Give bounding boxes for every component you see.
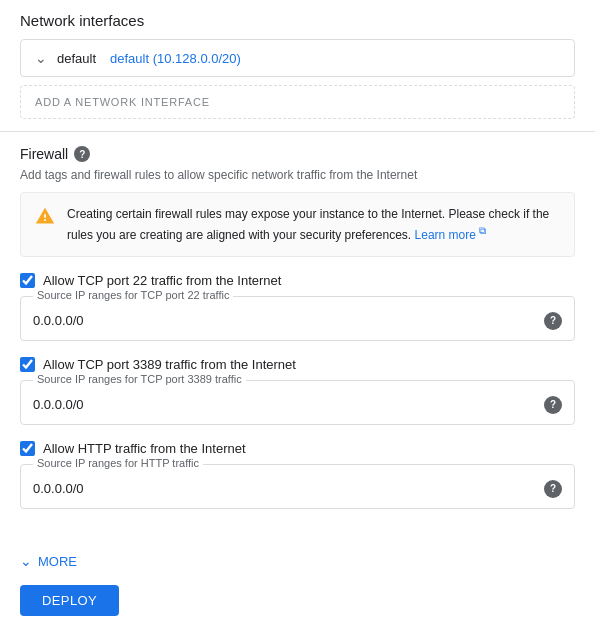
http-ip-legend: Source IP ranges for HTTP traffic	[33, 457, 203, 469]
interface-detail: default (10.128.0.0/20)	[110, 51, 241, 66]
http-ip-input[interactable]	[33, 479, 544, 498]
chevron-down-icon: ⌄	[35, 50, 47, 66]
learn-more-link[interactable]: Learn more ⧉	[415, 228, 487, 242]
interface-row[interactable]: ⌄ default default (10.128.0.0/20)	[20, 39, 575, 77]
tcp3389-ip-fieldset: Source IP ranges for TCP port 3389 traff…	[20, 380, 575, 425]
firewall-warning-box: Creating certain firewall rules may expo…	[20, 192, 575, 257]
firewall-description: Add tags and firewall rules to allow spe…	[20, 168, 575, 182]
tcp22-ip-input[interactable]	[33, 311, 544, 330]
http-checkbox[interactable]	[20, 441, 35, 456]
tcp22-ip-help-icon[interactable]: ?	[544, 312, 562, 330]
http-label[interactable]: Allow HTTP traffic from the Internet	[43, 441, 246, 456]
tcp22-checkbox[interactable]	[20, 273, 35, 288]
bottom-section: ⌄ MORE DEPLOY	[0, 541, 595, 628]
firewall-header: Firewall ?	[20, 146, 575, 162]
tcp22-checkbox-row: Allow TCP port 22 traffic from the Inter…	[20, 273, 575, 288]
firewall-section: Firewall ? Add tags and firewall rules t…	[0, 132, 595, 541]
more-chevron-icon: ⌄	[20, 553, 32, 569]
tcp22-ip-row: ?	[33, 297, 562, 330]
tcp22-ip-fieldset: Source IP ranges for TCP port 22 traffic…	[20, 296, 575, 341]
network-interfaces-section: Network interfaces ⌄ default default (10…	[0, 0, 595, 132]
tcp3389-ip-input[interactable]	[33, 395, 544, 414]
warning-triangle-icon	[35, 206, 55, 229]
tcp3389-label[interactable]: Allow TCP port 3389 traffic from the Int…	[43, 357, 296, 372]
network-interfaces-title: Network interfaces	[20, 12, 575, 29]
tcp3389-checkbox[interactable]	[20, 357, 35, 372]
http-ip-row: ?	[33, 465, 562, 498]
more-label: MORE	[38, 554, 77, 569]
firewall-warning-text: Creating certain firewall rules may expo…	[67, 205, 560, 244]
tcp3389-checkbox-row: Allow TCP port 3389 traffic from the Int…	[20, 357, 575, 372]
tcp3389-ip-row: ?	[33, 381, 562, 414]
tcp22-ip-legend: Source IP ranges for TCP port 22 traffic	[33, 289, 233, 301]
external-link-icon: ⧉	[479, 225, 486, 236]
http-checkbox-row: Allow HTTP traffic from the Internet	[20, 441, 575, 456]
tcp22-label[interactable]: Allow TCP port 22 traffic from the Inter…	[43, 273, 281, 288]
deploy-button[interactable]: DEPLOY	[20, 585, 119, 616]
add-network-interface-button[interactable]: ADD A NETWORK INTERFACE	[20, 85, 575, 119]
more-link[interactable]: ⌄ MORE	[20, 553, 575, 569]
tcp3389-ip-help-icon[interactable]: ?	[544, 396, 562, 414]
http-ip-fieldset: Source IP ranges for HTTP traffic ?	[20, 464, 575, 509]
tcp3389-ip-legend: Source IP ranges for TCP port 3389 traff…	[33, 373, 246, 385]
interface-name: default	[57, 51, 96, 66]
firewall-help-icon[interactable]: ?	[74, 146, 90, 162]
firewall-title: Firewall	[20, 146, 68, 162]
http-ip-help-icon[interactable]: ?	[544, 480, 562, 498]
